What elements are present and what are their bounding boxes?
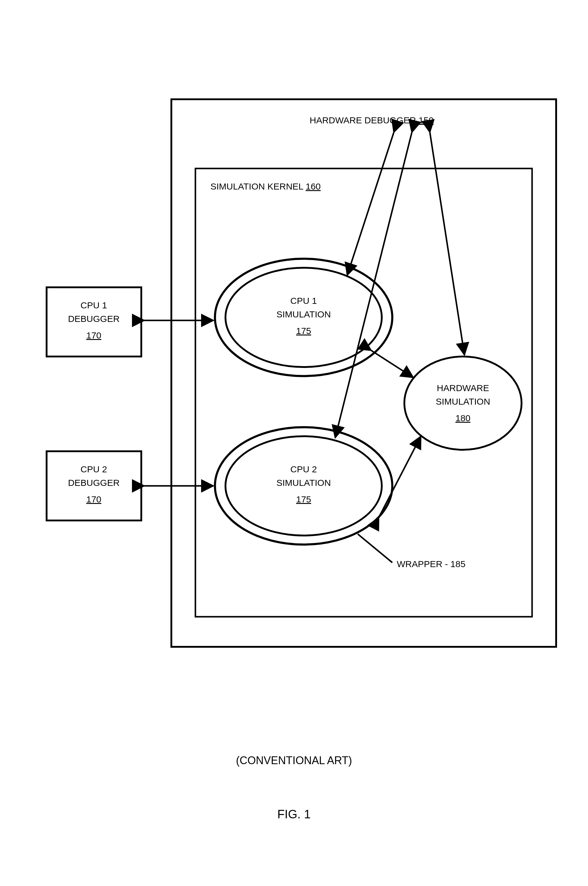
cpu1-sim-line2: SIMULATION	[276, 309, 331, 319]
wrapper-leader	[358, 534, 392, 563]
hw-sim-line1: HARDWARE	[437, 383, 489, 393]
simulation-kernel-ref: 160	[306, 181, 321, 191]
cpu2-debugger-line2: DEBUGGER	[68, 478, 120, 488]
cpu2-sim-ref: 175	[296, 494, 311, 504]
txt: HARDWARE DEBUGGER	[310, 115, 416, 125]
simulation-kernel-label: SIMULATION KERNEL 160	[210, 181, 321, 191]
cpu1-debugger-line1: CPU 1	[81, 300, 107, 310]
hw-sim-ref: 180	[455, 413, 471, 423]
hw-sim-line2: SIMULATION	[436, 397, 490, 406]
hardware-debugger-ref: 150	[418, 115, 434, 125]
conn-cpu2sim-hwsim	[379, 436, 421, 517]
figure-1-diagram: HARDWARE DEBUGGER 150 SIMULATION KERNEL …	[0, 0, 588, 886]
cpu2-sim-line1: CPU 2	[290, 464, 317, 474]
conn-hwdbg-hwsim	[430, 132, 465, 355]
cpu1-debugger-line2: DEBUGGER	[68, 314, 120, 324]
txt: SIMULATION KERNEL	[210, 181, 303, 191]
cpu2-debugger-ref: 170	[86, 494, 101, 504]
wrapper-label: WRAPPER - 185	[397, 559, 465, 569]
conn-cpu1sim-hwsim	[371, 350, 413, 378]
cpu1-debugger-ref: 170	[86, 330, 101, 340]
cpu1-sim-ref: 175	[296, 326, 311, 336]
cpu1-sim-line1: CPU 1	[290, 296, 317, 306]
caption-conventional-art: (CONVENTIONAL ART)	[236, 754, 352, 767]
hardware-debugger-label: HARDWARE DEBUGGER 150	[310, 115, 434, 125]
conn-hwdbg-cpu1sim	[347, 132, 394, 275]
cpu2-debugger-line1: CPU 2	[81, 464, 107, 474]
cpu2-sim-line2: SIMULATION	[276, 478, 331, 488]
figure-number: FIG. 1	[277, 808, 310, 821]
